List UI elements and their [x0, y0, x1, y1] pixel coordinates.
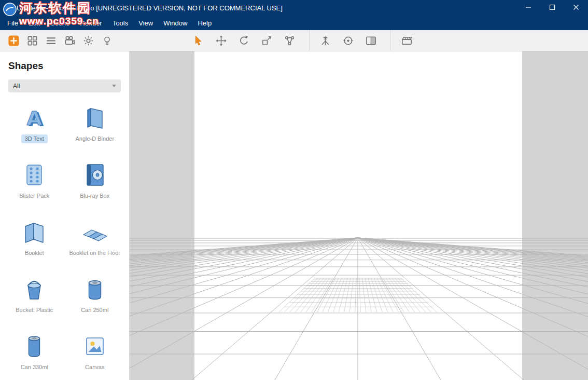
thumbnails-view-button[interactable] — [23, 31, 41, 50]
shapes-sidebar: Shapes All AA3D TextAngle-D BinderBliste… — [0, 51, 130, 380]
sidebar-title: Shapes — [8, 60, 121, 72]
minimize-icon — [525, 4, 531, 12]
shape-filter-dropdown[interactable]: All — [8, 79, 121, 92]
hierarchy-tool-icon — [284, 35, 296, 47]
shape-label: Canvas — [81, 363, 108, 372]
shape-label: Booklet — [21, 249, 48, 257]
maximize-icon — [549, 4, 555, 12]
booklet-on-the-floor-icon — [81, 218, 109, 246]
shape-item-booklet-on-the-floor[interactable]: Booklet on the Floor — [65, 218, 125, 275]
toolbar — [0, 30, 588, 51]
menubar: FileEditSceneRenderToolsViewWindowHelp — [0, 16, 588, 30]
lamp-icon — [101, 35, 113, 47]
window-title: Untitled — Boxshot Demo [UNREGISTERED VE… — [17, 4, 283, 12]
shape-item-canvas[interactable]: Canvas — [65, 332, 125, 380]
shape-filter-value: All — [13, 83, 20, 90]
toolbar-group-library — [4, 30, 116, 51]
shape-grid: AA3D TextAngle-D BinderBlister PackBlu-r… — [0, 104, 129, 380]
menu-render[interactable]: Render — [75, 17, 107, 30]
menu-window[interactable]: Window — [158, 17, 192, 30]
menu-tools[interactable]: Tools — [107, 17, 133, 30]
orbit-camera-button[interactable] — [339, 31, 357, 50]
toolbar-group-scene — [316, 30, 384, 51]
materials-button[interactable] — [361, 31, 380, 50]
clapperboard-icon — [401, 35, 413, 47]
shape-label: Blister Pack — [16, 192, 53, 200]
shape-item-3d-text[interactable]: AA3D Text — [4, 104, 65, 161]
rotate-tool-button[interactable] — [234, 31, 253, 50]
clapperboard-button[interactable] — [397, 31, 416, 50]
menu-scene[interactable]: Scene — [45, 17, 75, 30]
blister-pack-icon — [20, 161, 48, 189]
shape-item-can-330ml[interactable]: Can 330ml — [4, 332, 65, 380]
toolbar-separator — [309, 30, 310, 51]
toolbar-group-transform — [189, 30, 303, 51]
shape-label: Bucket: Plastic — [12, 306, 57, 315]
stand-icon — [319, 35, 331, 47]
maximize-button[interactable] — [540, 0, 564, 16]
chevron-down-icon — [112, 85, 116, 87]
svg-text:A: A — [27, 107, 43, 130]
select-arrow-button[interactable] — [189, 31, 207, 50]
render-camera-icon — [64, 35, 76, 47]
shape-item-angle-d-binder[interactable]: Angle-D Binder — [65, 104, 125, 161]
close-button[interactable] — [564, 0, 588, 16]
canvas-icon — [81, 332, 109, 360]
minimize-button[interactable] — [516, 0, 540, 16]
3d-text-icon: AA — [20, 104, 48, 132]
close-icon — [573, 4, 579, 12]
shape-label: Can 250ml — [77, 306, 112, 315]
shape-item-bucket-plastic[interactable]: Bucket: Plastic — [4, 275, 65, 332]
select-arrow-icon — [192, 35, 204, 47]
app-icon — [5, 4, 13, 12]
settings-gear-icon — [82, 35, 94, 47]
move-tool-button[interactable] — [212, 31, 230, 50]
stand-button[interactable] — [316, 31, 334, 50]
shape-label: Blu-ray Box — [76, 192, 113, 200]
booklet-icon — [20, 218, 48, 246]
shape-label: 3D Text — [21, 134, 48, 143]
shape-item-can-250ml[interactable]: Can 250ml — [65, 275, 125, 332]
thumbnails-view-icon — [26, 35, 38, 47]
shape-item-blu-ray-box[interactable]: Blu-ray Box — [65, 161, 125, 218]
list-view-button[interactable] — [41, 31, 60, 50]
viewport-3d[interactable] — [130, 51, 588, 380]
add-shape-button[interactable] — [4, 31, 23, 50]
shape-item-booklet[interactable]: Booklet — [4, 218, 65, 275]
menu-file[interactable]: File — [2, 17, 23, 30]
toolbar-separator — [390, 30, 391, 51]
angle-d-binder-icon — [81, 104, 109, 132]
add-shape-icon — [8, 35, 20, 47]
can-330ml-icon — [20, 332, 48, 360]
shape-label: Can 330ml — [17, 363, 52, 372]
menu-view[interactable]: View — [133, 17, 158, 30]
settings-gear-button[interactable] — [79, 31, 97, 50]
blu-ray-box-icon — [81, 161, 109, 189]
shape-label: Booklet on the Floor — [66, 249, 124, 257]
move-tool-icon — [215, 35, 227, 47]
rotate-tool-icon — [238, 35, 250, 47]
bucket-plastic-icon — [20, 275, 48, 303]
shape-label: Angle-D Binder — [72, 134, 118, 143]
toolbar-group-animation — [397, 30, 416, 51]
scale-tool-icon — [261, 35, 273, 47]
scale-tool-button[interactable] — [257, 31, 276, 50]
titlebar: Untitled — Boxshot Demo [UNREGISTERED VE… — [0, 0, 588, 16]
lamp-button[interactable] — [97, 31, 116, 50]
render-camera-button[interactable] — [60, 31, 79, 50]
materials-icon — [365, 35, 377, 47]
list-view-icon — [45, 35, 57, 47]
menu-edit[interactable]: Edit — [23, 17, 45, 30]
can-250ml-icon — [81, 275, 109, 303]
shape-item-blister-pack[interactable]: Blister Pack — [4, 161, 65, 218]
floor-grid — [130, 51, 588, 380]
hierarchy-tool-button[interactable] — [280, 31, 299, 50]
menu-help[interactable]: Help — [192, 17, 217, 30]
window-controls — [516, 0, 588, 16]
orbit-camera-icon — [342, 35, 354, 47]
